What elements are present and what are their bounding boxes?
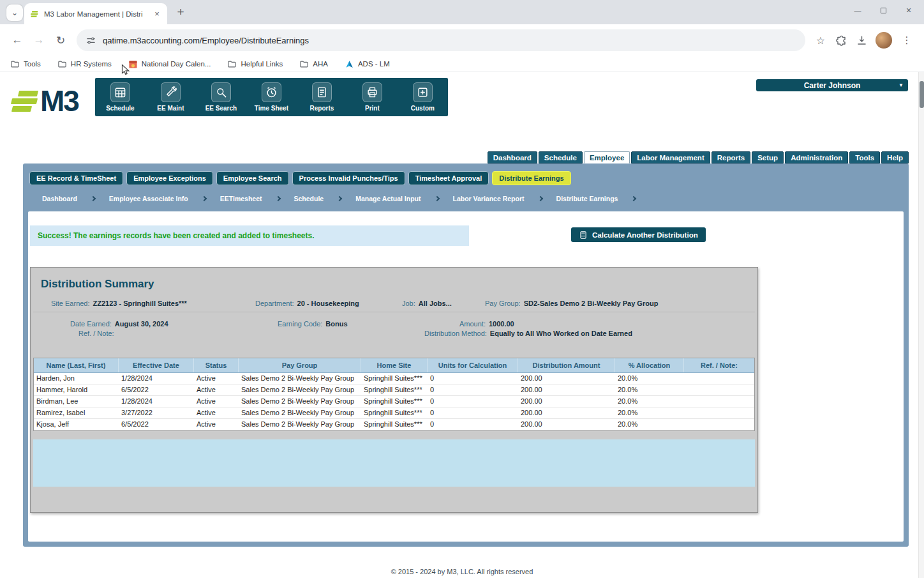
extensions-icon[interactable] (831, 30, 851, 50)
table-row: Ramirez, Isabel3/27/2022ActiveSales Demo… (34, 407, 754, 419)
user-dropdown[interactable]: Carter Johnson ▼ (756, 79, 908, 91)
folder-icon (10, 59, 20, 69)
cell-amount: 200.00 (518, 396, 615, 407)
cell-status: Active (194, 373, 239, 384)
calendar-favicon (128, 59, 138, 69)
reload-icon[interactable]: ↻ (50, 29, 71, 51)
table-body: Harden, Jon1/28/2024ActiveSales Demo 2 B… (34, 373, 754, 430)
nav-tab[interactable]: Reports (712, 151, 750, 164)
breadcrumb-item[interactable]: Schedule (280, 195, 342, 202)
tune-icon[interactable] (86, 35, 96, 46)
new-tab-button[interactable]: + (172, 4, 189, 20)
folder-icon (299, 59, 309, 69)
page-scrollbar[interactable] (918, 72, 924, 578)
cell-allocation: 20.0% (615, 373, 684, 384)
clock-icon (262, 82, 281, 102)
column-header: Units for Calculation (428, 358, 518, 372)
m3-logo-bars-icon (8, 91, 40, 112)
cell-amount: 200.00 (518, 419, 615, 430)
table-row: Birdman, Lee1/28/2024ActiveSales Demo 2 … (34, 396, 754, 407)
breadcrumb-item[interactable]: Labor Variance Report (439, 195, 542, 202)
subnav-button[interactable]: Process Invalid Punches/Tips (292, 171, 405, 185)
calculate-another-distribution-button[interactable]: Calculate Another Distribution (571, 227, 706, 242)
breadcrumb-item[interactable]: Distribute Earnings (542, 195, 636, 202)
close-window-button[interactable]: × (896, 0, 921, 20)
subnav-button[interactable]: Distribute Earnings (492, 171, 570, 185)
subnav-button[interactable]: Employee Exceptions (126, 171, 213, 185)
cell-home-site: Springhill Suites*** (361, 419, 428, 430)
schedule-icon (110, 82, 130, 102)
m3-logo: M3 (10, 86, 78, 116)
subnav-button[interactable]: Timesheet Approval (408, 171, 489, 185)
cell-ref-note (684, 384, 754, 395)
field-amount: Amount:1000.00 (459, 320, 514, 328)
cell-home-site: Springhill Suites*** (361, 396, 428, 407)
minimize-button[interactable]: — (845, 0, 870, 20)
bookmark-item[interactable]: Tools (10, 59, 41, 69)
toolbar-button[interactable]: Print (347, 78, 398, 116)
cell-units: 0 (428, 419, 518, 430)
bookmark-item[interactable]: HR Systems (57, 59, 112, 69)
bookmark-item[interactable]: Helpful Links (227, 59, 283, 69)
cell-units: 0 (428, 384, 518, 395)
download-icon[interactable] (851, 30, 872, 50)
nav-tab[interactable]: Labor Management (631, 151, 710, 164)
address-bar[interactable]: qatime.m3accounting.com/Employee/Distrib… (77, 29, 805, 51)
scrollbar-thumb[interactable] (920, 81, 924, 108)
bookmark-item[interactable]: ADS - LM (345, 59, 390, 69)
field-distribution-method: Distribution Method:Equally to All Who W… (424, 330, 632, 337)
field-date-earned: Date Earned:August 30, 2024 (70, 320, 278, 328)
tab-close-icon[interactable]: × (152, 9, 162, 19)
toolbar-button[interactable]: Reports (297, 78, 347, 116)
cell-pay-group: Sales Demo 2 Bi-Weekly Pay Group (239, 407, 361, 418)
app-toolbar: ScheduleEE MaintEE SearchTime SheetRepor… (95, 78, 448, 116)
panel-title: Distribution Summary (31, 268, 757, 291)
cell-name: Kjosa, Jeff (34, 419, 119, 430)
bookmark-item[interactable]: AHA (299, 59, 328, 69)
profile-avatar[interactable] (876, 32, 892, 49)
nav-tab[interactable]: Schedule (539, 151, 583, 164)
cell-name: Ramirez, Isabel (34, 407, 119, 418)
column-header: Status (194, 358, 239, 372)
nav-tab[interactable]: Dashboard (488, 151, 537, 164)
cell-pay-group: Sales Demo 2 Bi-Weekly Pay Group (239, 396, 361, 407)
toolbar-button[interactable]: Schedule (95, 78, 145, 116)
nav-tab[interactable]: Administration (785, 151, 848, 164)
kebab-menu-icon[interactable]: ⋮ (896, 29, 918, 51)
app-header: M3 ScheduleEE MaintEE SearchTime SheetRe… (0, 72, 924, 151)
message-row: Success! The earnings records have been … (30, 225, 902, 246)
back-icon[interactable]: ← (6, 29, 28, 51)
copyright-footer: © 2015 - 2024 by M3, LLC. All rights res… (0, 568, 924, 575)
tab-search-button[interactable]: ⌄ (6, 4, 23, 21)
bookmark-item[interactable]: National Day Calen... (128, 59, 211, 69)
nav-tab[interactable]: Setup (752, 151, 784, 164)
nav-tab[interactable]: Tools (849, 151, 880, 164)
breadcrumb-item[interactable]: Manage Actual Input (341, 195, 438, 202)
column-header: Effective Date (119, 358, 194, 372)
field-department: Department:20 - Housekeeping (255, 300, 402, 307)
breadcrumb-item[interactable]: Dashboard (28, 195, 95, 202)
forward-icon[interactable]: → (28, 29, 50, 51)
breadcrumb: DashboardEmployee Associate InfoEETimesh… (28, 192, 904, 205)
toolbar-button[interactable]: EE Search (196, 78, 246, 116)
cell-allocation: 20.0% (615, 407, 684, 418)
maximize-button[interactable] (870, 0, 896, 20)
bookmark-star-icon[interactable]: ☆ (810, 30, 831, 50)
field-site-earned: Site Earned:ZZ2123 - Springhill Suites**… (51, 300, 255, 307)
nav-tab[interactable]: Employee (584, 151, 630, 164)
m3-favicon (29, 9, 40, 19)
breadcrumb-item[interactable]: EETimesheet (206, 195, 280, 202)
subnav-button[interactable]: EE Record & TimeSheet (29, 171, 123, 185)
nav-tab[interactable]: Help (881, 151, 909, 164)
browser-tab[interactable]: M3 Labor Management | Distri × (24, 3, 167, 24)
toolbar-button[interactable]: Custom (398, 78, 448, 116)
toolbar-button[interactable]: EE Maint (145, 78, 196, 116)
subnav-button[interactable]: Employee Search (216, 171, 289, 185)
breadcrumb-item[interactable]: Employee Associate Info (95, 195, 206, 202)
report-icon (312, 82, 332, 102)
toolbar-button[interactable]: Time Sheet (246, 78, 297, 116)
column-header: Distribution Amount (518, 358, 615, 372)
distribution-table: Name (Last, First)Effective DateStatusPa… (33, 358, 755, 431)
column-header: Ref. / Note: (684, 358, 754, 372)
search-icon (211, 82, 231, 102)
